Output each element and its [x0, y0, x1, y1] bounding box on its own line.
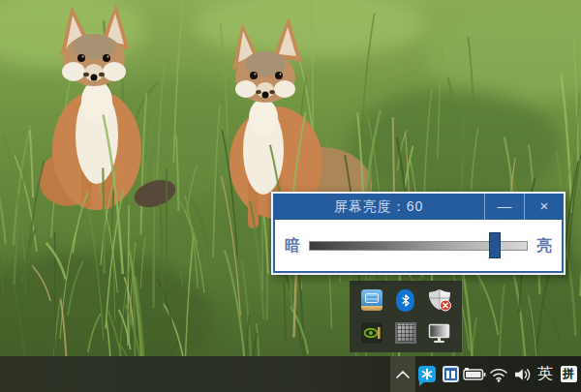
brightness-slider[interactable] [309, 232, 528, 258]
brightness-dialog-body: 暗 亮 [273, 220, 564, 273]
taskbar: 英 拼 [0, 356, 581, 392]
grid-app-icon[interactable] [394, 321, 417, 345]
volume-icon[interactable] [510, 356, 535, 392]
nvidia-icon[interactable] [360, 321, 383, 345]
defender-shield-icon[interactable] [428, 288, 451, 312]
minimize-button[interactable]: — [484, 194, 524, 220]
bright-label: 亮 [536, 238, 552, 254]
desktop: 屏幕亮度：60 — × 暗 亮 [0, 0, 581, 392]
media-app-icon[interactable] [439, 356, 462, 392]
battery-icon[interactable] [462, 356, 487, 392]
chevron-up-icon [396, 371, 410, 378]
bluetooth-icon[interactable] [394, 288, 417, 312]
display-icon[interactable] [428, 321, 451, 345]
dialog-title: 屏幕亮度：60 [273, 194, 484, 220]
language-indicator[interactable]: 英 [534, 356, 557, 392]
wifi-icon[interactable] [487, 356, 510, 392]
close-button[interactable]: × [524, 194, 564, 220]
driver-app-icon[interactable] [360, 288, 383, 312]
brightness-dialog: 屏幕亮度：60 — × 暗 亮 [271, 192, 566, 275]
dark-label: 暗 [285, 238, 300, 254]
ime-indicator[interactable]: 拼 [557, 356, 580, 392]
tray-overflow-popup [350, 281, 462, 352]
show-hidden-icons-button[interactable] [390, 356, 415, 392]
brightness-slider-handle[interactable] [489, 232, 501, 258]
star-bubble-app-icon[interactable] [415, 356, 439, 392]
brightness-dialog-titlebar: 屏幕亮度：60 — × [273, 194, 564, 220]
